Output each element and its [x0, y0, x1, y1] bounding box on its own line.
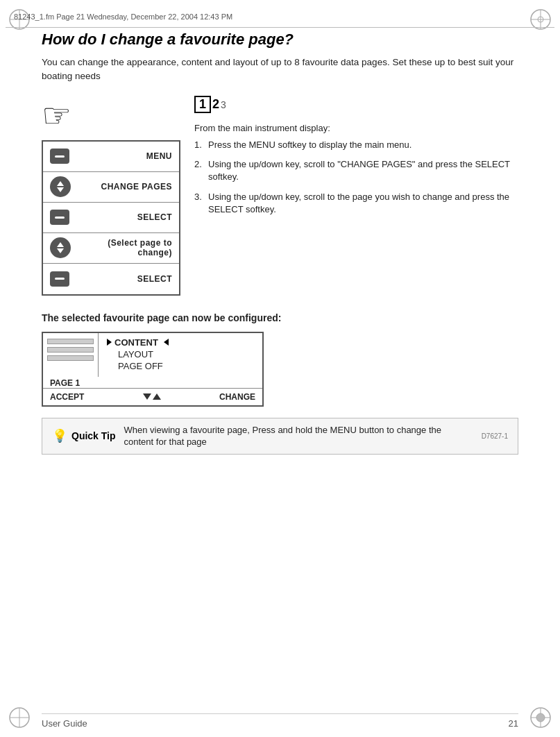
step-3: Using the up/down key, scroll to the pag…	[194, 191, 518, 216]
arrow-down-selectpage	[57, 248, 64, 253]
arrow-down-icon	[143, 393, 151, 400]
quick-tip-text: When viewing a favourite page, Press and…	[124, 424, 473, 448]
panel-row-select1: SELECT	[43, 203, 179, 233]
select1-label: SELECT	[69, 212, 172, 222]
arrow-up-selectpage	[57, 242, 64, 247]
page-label: PAGE 1	[50, 378, 80, 388]
menu-pageoff-label: PAGE OFF	[118, 361, 163, 371]
step-numbers: 1 2 3	[194, 96, 518, 114]
tip-code: D7627-1	[482, 432, 508, 440]
steps-list: Press the MENU softkey to display the ma…	[194, 139, 518, 216]
menu-item-pageoff: PAGE OFF	[107, 361, 254, 371]
step-1: Press the MENU softkey to display the ma…	[194, 139, 518, 151]
changepages-button-shape	[50, 176, 71, 197]
arrow-down-changepages	[57, 187, 64, 192]
menu-item-layout: LAYOUT	[107, 349, 254, 359]
corner-bl	[6, 704, 33, 731]
page-footer: User Guide 21	[42, 713, 518, 729]
panel-row-select2: SELECT	[43, 264, 179, 294]
triangle-left-icon	[164, 339, 169, 346]
page-title: How do I change a favourite page?	[42, 31, 518, 49]
step-num-3: 3	[221, 99, 226, 110]
triangle-right-icon	[107, 339, 112, 346]
page-label-row: PAGE 1	[43, 377, 262, 388]
select2-label: SELECT	[69, 274, 172, 284]
arrow-up-icon	[153, 393, 161, 400]
menu-label: MENU	[69, 151, 172, 161]
config-menu: CONTENT LAYOUT PAGE OFF	[99, 333, 262, 377]
quick-tip-label-text: Quick Tip	[71, 430, 116, 441]
preview-line-3	[47, 355, 94, 361]
accept-label: ACCEPT	[50, 392, 84, 402]
step-section: ☞ MENU CHANGE PAGES	[42, 96, 518, 296]
panel-row-menu: MENU	[43, 142, 179, 172]
change-label: CHANGE	[219, 392, 255, 402]
corner-br	[527, 704, 554, 731]
page-preview	[43, 333, 99, 377]
menu-content-label: CONTENT	[114, 337, 158, 348]
select2-button-shape	[50, 271, 69, 287]
main-content: How do I change a favourite page? You ca…	[42, 31, 518, 702]
step-num-1: 1	[194, 96, 211, 114]
preview-line-2	[47, 347, 94, 353]
step-2: Using the up/down key, scroll to "CHANGE…	[194, 158, 518, 183]
step-num-2: 2	[212, 97, 219, 112]
button-panel: MENU CHANGE PAGES SELECT	[42, 140, 180, 296]
left-col: ☞ MENU CHANGE PAGES	[42, 96, 180, 296]
panel-row-changepages: CHANGE PAGES	[43, 172, 179, 203]
header-bar: 81243_1.fm Page 21 Wednesday, December 2…	[6, 6, 554, 28]
header-text: 81243_1.fm Page 21 Wednesday, December 2…	[14, 12, 232, 21]
panel-row-selectpage: (Select page to change)	[43, 233, 179, 264]
menu-item-content: CONTENT	[107, 337, 254, 348]
footer-right: 21	[509, 718, 518, 729]
svg-point-13	[536, 713, 545, 722]
menu-button-shape	[50, 149, 69, 164]
hand-icon: ☞	[42, 96, 180, 135]
selected-section-title: The selected favourite page can now be c…	[42, 312, 518, 323]
btn-dash-menu	[55, 155, 65, 158]
selectpage-button-shape	[50, 237, 71, 258]
config-inner: CONTENT LAYOUT PAGE OFF	[43, 333, 262, 377]
steps-intro: From the main instrument display:	[194, 123, 518, 133]
selectpage-label: (Select page to change)	[71, 238, 172, 257]
right-col: 1 2 3 From the main instrument display: …	[194, 96, 518, 296]
intro-text: You can change the appearance, content a…	[42, 56, 518, 83]
quick-tip: 💡 Quick Tip When viewing a favourite pag…	[42, 418, 518, 455]
page-config-box: CONTENT LAYOUT PAGE OFF PAGE 1 ACCEPT	[42, 332, 264, 407]
footer-left: User Guide	[42, 718, 87, 729]
changepages-label: CHANGE PAGES	[71, 182, 172, 192]
select1-button-shape	[50, 210, 69, 225]
preview-line-1	[47, 339, 94, 344]
lightbulb-icon: 💡	[52, 428, 67, 443]
footer-arrows	[143, 393, 161, 400]
arrow-up-changepages	[57, 181, 64, 186]
menu-layout-label: LAYOUT	[118, 349, 153, 359]
quick-tip-label-container: 💡 Quick Tip	[52, 428, 116, 443]
config-footer: ACCEPT CHANGE	[43, 388, 262, 405]
btn-dash-select1	[55, 217, 65, 219]
btn-dash-select2	[55, 278, 65, 280]
